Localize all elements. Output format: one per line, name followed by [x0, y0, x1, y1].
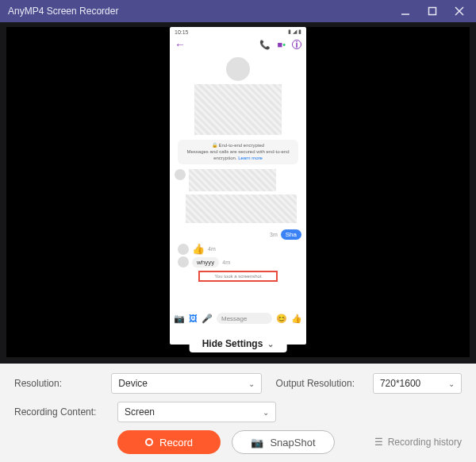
- chevron-down-icon: ⌄: [248, 379, 255, 388]
- info-icon[interactable]: i: [292, 40, 301, 49]
- hide-settings-label: Hide Settings: [202, 338, 263, 349]
- like-icon[interactable]: 👍: [291, 314, 302, 324]
- output-resolution-select[interactable]: 720*1600 ⌄: [373, 373, 462, 394]
- camera-icon: 📷: [251, 437, 263, 449]
- avatar: [226, 57, 250, 81]
- message-row: [175, 169, 301, 191]
- sent-bubble: Sha: [281, 229, 301, 240]
- record-icon: [145, 438, 153, 446]
- settings-row: Recording Content: Screen ⌄: [14, 402, 462, 422]
- snapshot-label: SnapShot: [270, 437, 315, 449]
- gallery-icon[interactable]: 🖼: [189, 314, 198, 323]
- snapshot-button[interactable]: 📷 SnapShot: [232, 430, 335, 454]
- thumbs-up-icon: 👍: [192, 243, 205, 255]
- blurred-content: [186, 194, 297, 223]
- phone-status-bar: 10:15 ▮ ◢ ▮: [170, 27, 306, 37]
- recording-content-select[interactable]: Screen ⌄: [117, 402, 276, 422]
- learn-more-link[interactable]: Learn more: [238, 156, 263, 160]
- record-button[interactable]: Record: [117, 430, 221, 454]
- chat-input-bar: 📷 🖼 🎤 Message 😊 👍: [170, 310, 306, 327]
- minimize-button[interactable]: [392, 0, 419, 22]
- svg-rect-1: [429, 8, 436, 15]
- chat-header: ← 📞 ■• i: [170, 37, 306, 52]
- recording-content-value: Screen: [125, 406, 155, 418]
- resolution-select[interactable]: Device ⌄: [111, 373, 261, 394]
- titlebar: AnyMP4 Screen Recorder: [0, 0, 476, 22]
- mic-icon[interactable]: 🎤: [202, 314, 213, 324]
- chevron-down-icon: ⌄: [267, 340, 274, 348]
- camera-icon[interactable]: 📷: [174, 314, 185, 324]
- message-input[interactable]: Message: [217, 313, 272, 324]
- timestamp: 3m: [270, 232, 278, 237]
- like-row: 👍 4m: [178, 243, 301, 255]
- chevron-down-icon: ⌄: [448, 379, 455, 388]
- video-icon[interactable]: ■•: [277, 40, 286, 49]
- call-icon[interactable]: 📞: [259, 40, 271, 50]
- status-icons: ▮ ◢ ▮: [288, 29, 301, 35]
- record-label: Record: [159, 437, 193, 449]
- settings-panel: Resolution: Device ⌄ Output Resolution: …: [0, 364, 476, 462]
- received-message-row: whyyy 4m: [178, 256, 301, 268]
- resolution-value: Device: [118, 378, 148, 389]
- chevron-down-icon: ⌄: [263, 408, 269, 417]
- recording-history-link[interactable]: ☰ Recording history: [374, 437, 462, 448]
- avatar: [178, 256, 189, 268]
- screenshot-notice: You took a screenshot: [198, 271, 278, 282]
- timestamp: 4m: [222, 260, 230, 265]
- history-label: Recording history: [388, 437, 462, 448]
- encryption-notice: 🔒 End-to-end encrypted Messages and call…: [178, 140, 298, 164]
- status-time: 10:15: [175, 29, 189, 35]
- received-bubble: whyyy: [192, 257, 219, 268]
- avatar: [175, 169, 186, 180]
- resolution-label: Resolution:: [14, 378, 111, 389]
- hide-settings-button[interactable]: Hide Settings ⌄: [190, 335, 287, 352]
- blurred-content: [189, 169, 276, 191]
- timestamp: 4m: [208, 246, 216, 252]
- action-row: Record 📷 SnapShot ☰ Recording history: [14, 430, 462, 454]
- settings-row: Resolution: Device ⌄ Output Resolution: …: [14, 373, 462, 394]
- emoji-icon[interactable]: 😊: [276, 314, 287, 324]
- output-resolution-label: Output Resolution:: [276, 378, 373, 389]
- recording-content-label: Recording Content:: [14, 406, 117, 418]
- list-icon: ☰: [374, 437, 383, 448]
- preview-stage: 10:15 ▮ ◢ ▮ ← 📞 ■• i 🔒 End-to-end encryp…: [0, 22, 476, 364]
- back-icon[interactable]: ←: [175, 38, 186, 51]
- maximize-button[interactable]: [419, 0, 446, 22]
- output-resolution-value: 720*1600: [380, 378, 420, 389]
- window-title: AnyMP4 Screen Recorder: [8, 6, 392, 17]
- chat-body: 🔒 End-to-end encrypted Messages and call…: [170, 52, 306, 327]
- encryption-title: 🔒 End-to-end encrypted: [182, 143, 294, 149]
- sent-message-row: 3m Sha: [175, 229, 301, 240]
- phone-preview: 10:15 ▮ ◢ ▮ ← 📞 ■• i 🔒 End-to-end encryp…: [170, 27, 306, 345]
- avatar: [178, 244, 189, 255]
- close-button[interactable]: [446, 0, 473, 22]
- blurred-content: [194, 84, 282, 135]
